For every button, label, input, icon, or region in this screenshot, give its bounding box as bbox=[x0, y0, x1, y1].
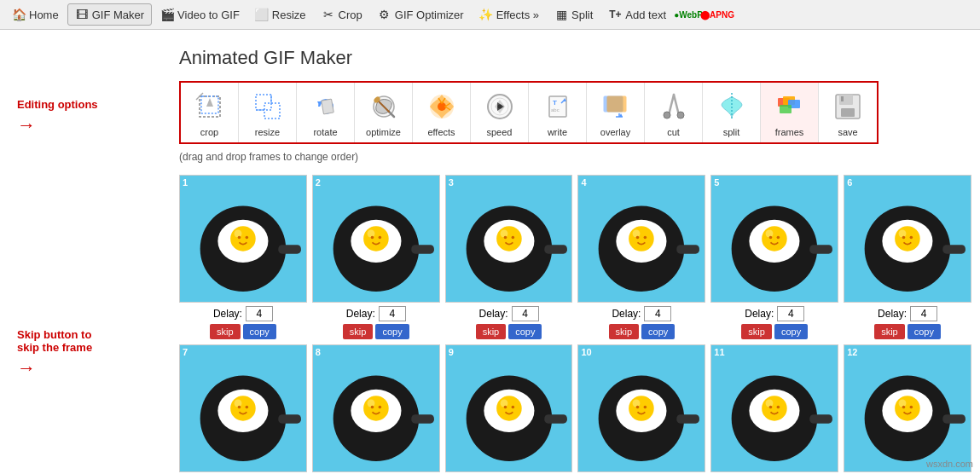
svg-point-33 bbox=[664, 112, 670, 118]
svg-point-98 bbox=[238, 406, 241, 409]
drag-hint: (drag and drop frames to change order) bbox=[179, 151, 971, 163]
frame-card-3: 3 Delay:skipcopy bbox=[445, 175, 573, 339]
skip-button-1[interactable]: skip bbox=[210, 324, 241, 339]
tool-effects[interactable]: effects bbox=[413, 83, 471, 142]
frame-buttons-5: skipcopy bbox=[741, 324, 808, 339]
tool-resize[interactable]: resize bbox=[239, 83, 297, 142]
skip-button-4[interactable]: skip bbox=[609, 324, 640, 339]
svg-point-49 bbox=[235, 230, 242, 238]
skip-button-5[interactable]: skip bbox=[741, 324, 772, 339]
copy-button-2[interactable]: copy bbox=[375, 324, 409, 339]
delay-input-6[interactable] bbox=[910, 306, 937, 321]
tool-cut[interactable]: cut bbox=[645, 83, 703, 142]
split-tool-label: split bbox=[723, 127, 740, 137]
tool-write[interactable]: T abc write bbox=[529, 83, 587, 142]
svg-point-65 bbox=[500, 230, 507, 238]
copy-button-6[interactable]: copy bbox=[908, 324, 941, 339]
tool-rotate[interactable]: rotate bbox=[297, 83, 355, 142]
delay-input-1[interactable] bbox=[246, 306, 273, 321]
add-text-icon: T+ bbox=[608, 8, 622, 21]
svg-rect-5 bbox=[264, 103, 280, 118]
svg-rect-110 bbox=[544, 414, 567, 423]
split-tool-icon bbox=[715, 90, 749, 124]
svg-point-51 bbox=[246, 236, 249, 240]
annotations-panel: Editing options → Skip button to skip th… bbox=[9, 47, 179, 474]
crop-tool-label: crop bbox=[200, 127, 218, 137]
frame-card-11: 11 Delay:skipcopy bbox=[710, 344, 838, 474]
frame-buttons-1: skipcopy bbox=[210, 324, 276, 339]
frame-image-4[interactable]: 4 bbox=[577, 175, 705, 303]
frame-buttons-4: skipcopy bbox=[609, 324, 676, 339]
frame-delay-row-3: Delay: bbox=[479, 306, 539, 321]
svg-point-58 bbox=[371, 236, 374, 240]
svg-line-31 bbox=[669, 95, 674, 115]
svg-point-123 bbox=[644, 406, 647, 409]
frame-image-12[interactable]: 12 bbox=[844, 344, 971, 472]
nav-webp[interactable]: ●WebP bbox=[675, 4, 702, 25]
gif-maker-icon: 🎞 bbox=[75, 8, 89, 21]
tool-overlay[interactable]: overlay bbox=[587, 83, 645, 142]
copy-button-5[interactable]: copy bbox=[774, 324, 808, 339]
nav-apng[interactable]: ⬤APNG bbox=[704, 4, 731, 25]
tool-crop[interactable]: crop bbox=[181, 83, 239, 142]
tool-speed[interactable]: speed bbox=[471, 83, 529, 142]
svg-rect-86 bbox=[942, 245, 966, 253]
svg-point-106 bbox=[371, 406, 374, 409]
frame-delay-row-2: Delay: bbox=[346, 306, 406, 321]
delay-input-4[interactable] bbox=[644, 306, 671, 321]
nav-split[interactable]: ▦ Split bbox=[548, 4, 600, 25]
tool-frames[interactable]: frames bbox=[761, 83, 819, 142]
svg-point-74 bbox=[636, 236, 640, 240]
nav-home[interactable]: 🏠 Home bbox=[5, 4, 66, 25]
delay-label-4: Delay: bbox=[612, 308, 641, 320]
resize-icon: ⬜ bbox=[255, 8, 269, 21]
optimize-tool-label: optimize bbox=[366, 127, 401, 137]
frame-image-2[interactable]: 2 bbox=[312, 175, 440, 303]
resize-tool-icon bbox=[251, 90, 285, 124]
svg-point-66 bbox=[503, 236, 507, 240]
frames-tool-label: frames bbox=[775, 127, 804, 137]
svg-point-99 bbox=[246, 406, 249, 409]
nav-resize[interactable]: ⬜ Resize bbox=[248, 4, 313, 25]
tool-optimize[interactable]: optimize bbox=[355, 83, 413, 142]
frame-image-5[interactable]: 5 bbox=[710, 175, 838, 303]
frame-image-3[interactable]: 3 bbox=[445, 175, 573, 303]
svg-point-105 bbox=[367, 399, 374, 407]
frame-image-9[interactable]: 9 bbox=[445, 344, 573, 472]
tool-save[interactable]: save bbox=[819, 83, 877, 142]
copy-button-1[interactable]: copy bbox=[243, 324, 276, 339]
svg-point-97 bbox=[235, 399, 242, 407]
skip-button-2[interactable]: skip bbox=[343, 324, 374, 339]
svg-text:abc: abc bbox=[551, 107, 560, 113]
svg-rect-4 bbox=[256, 95, 271, 110]
skip-button-3[interactable]: skip bbox=[476, 324, 507, 339]
skip-button-6[interactable]: skip bbox=[874, 324, 905, 339]
copy-button-4[interactable]: copy bbox=[641, 324, 675, 339]
frame-card-7: 7 Delay:skipcopy bbox=[179, 344, 307, 474]
frame-image-6[interactable]: 6 bbox=[844, 175, 971, 303]
effects-tool-icon bbox=[425, 90, 459, 124]
nav-crop[interactable]: ✂ Crop bbox=[315, 4, 369, 25]
frame-number-12: 12 bbox=[847, 347, 857, 357]
frame-image-10[interactable]: 10 bbox=[577, 344, 705, 472]
svg-point-88 bbox=[895, 226, 920, 251]
nav-video-to-gif[interactable]: 🎬 Video to GIF bbox=[154, 4, 246, 25]
nav-gif-maker[interactable]: 🎞 GIF Maker bbox=[67, 3, 152, 26]
frame-image-1[interactable]: 1 bbox=[179, 175, 307, 303]
nav-gif-optimizer[interactable]: ⚙ GIF Optimizer bbox=[371, 4, 471, 25]
delay-input-5[interactable] bbox=[777, 306, 804, 321]
skip-arrow-icon: → bbox=[17, 357, 36, 379]
tool-split[interactable]: split bbox=[703, 83, 761, 142]
frame-delay-row-5: Delay: bbox=[745, 306, 804, 321]
frame-image-7[interactable]: 7 bbox=[179, 344, 307, 472]
frame-image-11[interactable]: 11 bbox=[710, 344, 838, 472]
svg-rect-42 bbox=[841, 108, 855, 117]
copy-button-3[interactable]: copy bbox=[508, 324, 542, 339]
nav-add-text[interactable]: T+ Add text bbox=[601, 4, 673, 25]
main-area: Editing options → Skip button to skip th… bbox=[0, 30, 980, 474]
nav-effects[interactable]: ✨ Effects » bbox=[473, 4, 546, 25]
delay-input-3[interactable] bbox=[512, 306, 539, 321]
frame-image-8[interactable]: 8 bbox=[312, 344, 440, 472]
delay-input-2[interactable] bbox=[379, 306, 406, 321]
rotate-tool-label: rotate bbox=[313, 127, 337, 137]
